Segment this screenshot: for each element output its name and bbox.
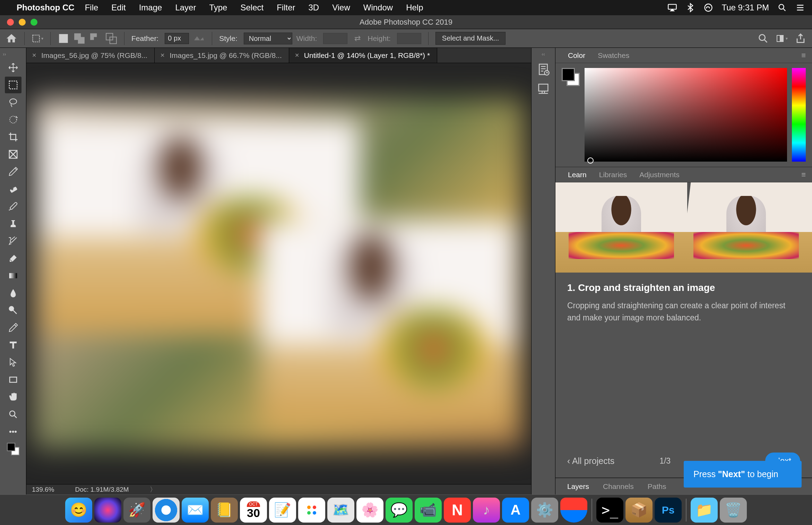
new-selection-icon[interactable] — [58, 34, 69, 43]
dock-siri[interactable] — [94, 498, 121, 523]
style-select[interactable]: Normal — [244, 33, 292, 44]
doc-tab-2[interactable]: ✕Untitled-1 @ 140% (Layer 1, RGB/8*) * — [289, 48, 437, 63]
menu-edit[interactable]: Edit — [111, 3, 126, 12]
collapse-panels-icon[interactable]: ‹‹ — [542, 51, 545, 57]
pen-tool[interactable] — [5, 319, 21, 336]
dock-contacts[interactable]: 📒 — [211, 498, 238, 523]
tab-learn[interactable]: Learn — [562, 167, 593, 182]
menu-select[interactable]: Select — [240, 3, 264, 12]
dock-notes[interactable]: 📝 — [269, 498, 296, 523]
tab-channels[interactable]: Channels — [596, 478, 641, 495]
lasso-tool[interactable] — [5, 94, 21, 111]
panel-menu-icon[interactable]: ≡ — [801, 170, 806, 179]
foreground-color-swatch[interactable] — [562, 68, 575, 81]
tab-swatches[interactable]: Swatches — [591, 48, 636, 63]
menu-layer[interactable]: Layer — [175, 3, 196, 12]
panel-menu-icon[interactable]: ≡ — [801, 51, 806, 60]
dock-appstore[interactable]: A — [502, 498, 529, 523]
subtract-selection-icon[interactable] — [89, 34, 101, 43]
creative-cloud-icon[interactable] — [703, 3, 713, 12]
hue-slider[interactable] — [792, 68, 806, 162]
menu-view[interactable]: View — [332, 3, 350, 12]
canvas[interactable] — [26, 63, 531, 484]
menu-filter[interactable]: Filter — [277, 3, 295, 12]
dock-music[interactable]: ♪ — [473, 498, 500, 523]
menu-type[interactable]: Type — [209, 3, 227, 12]
dock-terminal[interactable]: >_ — [596, 498, 623, 523]
doc-size[interactable]: Doc: 1.91M/3.82M — [75, 486, 129, 493]
intersect-selection-icon[interactable] — [105, 34, 117, 43]
close-tab-icon[interactable]: ✕ — [160, 52, 165, 59]
rectangle-tool[interactable] — [5, 371, 21, 388]
tab-adjustments[interactable]: Adjustments — [633, 167, 686, 182]
frame-tool[interactable] — [5, 146, 21, 163]
hand-tool[interactable] — [5, 389, 21, 405]
color-field[interactable] — [585, 68, 787, 162]
menubar-clock[interactable]: Tue 9:31 PM — [722, 3, 769, 12]
eyedropper-tool[interactable] — [5, 163, 21, 180]
bluetooth-icon[interactable] — [685, 3, 695, 12]
menu-image[interactable]: Image — [139, 3, 162, 12]
add-selection-icon[interactable] — [74, 34, 85, 43]
workspace-switcher-icon[interactable]: ▾ — [776, 34, 788, 43]
type-tool[interactable] — [5, 337, 21, 353]
search-icon[interactable] — [757, 34, 769, 43]
path-selection-tool[interactable] — [5, 354, 21, 371]
dodge-tool[interactable] — [5, 302, 21, 319]
doc-tab-1[interactable]: ✕Images_15.jpg @ 66.7% (RGB/8... — [155, 48, 289, 63]
select-and-mask-button[interactable]: Select and Mask... — [435, 32, 506, 45]
dock-maps[interactable]: 🗺️ — [327, 498, 354, 523]
clone-stamp-tool[interactable] — [5, 215, 21, 232]
expand-tools-icon[interactable]: ›› — [0, 51, 6, 57]
brush-tool[interactable] — [5, 198, 21, 215]
dock-mail[interactable]: ✉️ — [182, 498, 209, 523]
dock-safari[interactable] — [153, 498, 180, 523]
dock-photoshop[interactable]: Ps — [655, 498, 682, 523]
tab-color[interactable]: Color — [562, 48, 591, 63]
home-button[interactable] — [6, 34, 17, 43]
gradient-tool[interactable] — [5, 267, 21, 284]
dock-photos[interactable]: 🌸 — [356, 498, 383, 523]
dock-facetime[interactable]: 📹 — [415, 498, 442, 523]
color-fg-bg-swatch[interactable] — [562, 68, 580, 86]
control-center-icon[interactable] — [795, 3, 805, 12]
all-projects-link[interactable]: ‹ All projects — [567, 456, 614, 466]
zoom-level[interactable]: 139.6% — [32, 486, 54, 493]
blur-tool[interactable] — [5, 285, 21, 301]
dock-downloads[interactable]: 📁 — [691, 498, 718, 523]
tab-paths[interactable]: Paths — [641, 478, 673, 495]
share-icon[interactable] — [795, 34, 806, 43]
move-tool[interactable] — [5, 59, 21, 76]
menu-file[interactable]: File — [85, 3, 98, 12]
menu-window[interactable]: Window — [363, 3, 393, 12]
edit-toolbar-icon[interactable]: ••• — [5, 423, 21, 440]
dock-reminders[interactable] — [298, 498, 325, 523]
tab-layers[interactable]: Layers — [560, 478, 596, 495]
airplay-icon[interactable] — [667, 3, 677, 12]
close-window-button[interactable] — [7, 19, 14, 26]
status-chevron-icon[interactable]: 〉 — [150, 485, 156, 494]
dock-magnet[interactable] — [560, 498, 587, 523]
close-tab-icon[interactable]: ✕ — [295, 52, 299, 59]
minimize-window-button[interactable] — [19, 19, 26, 26]
maximize-window-button[interactable] — [31, 19, 37, 26]
history-brush-tool[interactable] — [5, 233, 21, 249]
dock-launchpad[interactable]: 🚀 — [123, 498, 150, 523]
rectangular-marquee-tool[interactable] — [5, 77, 21, 93]
eraser-tool[interactable] — [5, 250, 21, 267]
history-panel-icon[interactable] — [536, 62, 550, 76]
healing-brush-tool[interactable] — [5, 181, 21, 197]
close-tab-icon[interactable]: ✕ — [32, 52, 36, 59]
spotlight-icon[interactable] — [777, 3, 787, 12]
marquee-tool-icon[interactable]: ▾ — [32, 34, 43, 43]
dock-app-1[interactable]: 📦 — [625, 498, 653, 523]
tab-libraries[interactable]: Libraries — [593, 167, 633, 182]
menu-help[interactable]: Help — [406, 3, 423, 12]
zoom-tool[interactable] — [5, 406, 21, 423]
crop-tool[interactable] — [5, 129, 21, 145]
dock-calendar[interactable]: OCT30 — [240, 498, 267, 523]
dock-news[interactable]: N — [444, 498, 471, 523]
doc-tab-0[interactable]: ✕Images_56.jpg @ 75% (RGB/8... — [26, 48, 155, 63]
dock-finder[interactable]: 😊 — [65, 498, 92, 523]
menu-3d[interactable]: 3D — [309, 3, 319, 12]
